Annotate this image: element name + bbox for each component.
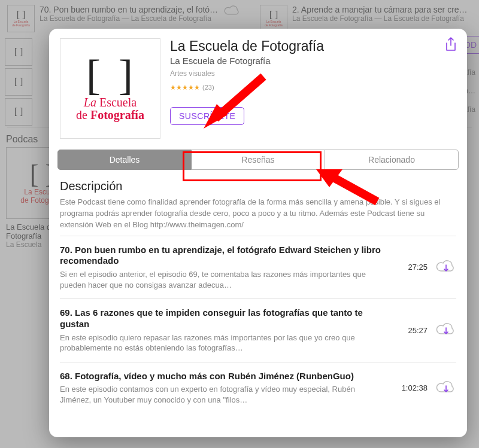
episode-desc: Si en el episodio anterior, el episodio …: [60, 269, 381, 290]
subscribe-button[interactable]: SUSCRÍBETE: [170, 107, 244, 125]
episode-duration: 27:25: [389, 263, 428, 272]
tab-details[interactable]: Detalles: [57, 150, 192, 170]
episode-row[interactable]: 70. Pon buen rumbo en tu aprendizaje, el…: [60, 236, 456, 299]
podcast-rating: ★★★★★(23): [170, 84, 456, 92]
share-icon[interactable]: [444, 37, 457, 53]
episode-duration: 25:27: [389, 326, 428, 335]
episode-title: 70. Pon buen rumbo en tu aprendizaje, el…: [60, 245, 381, 267]
podcast-artwork: [] La Escuela de Fotografía: [60, 38, 160, 139]
episode-title: 68. Fotografía, vídeo y mucho más con Ru…: [60, 371, 381, 382]
download-cloud-icon[interactable]: [436, 380, 456, 397]
download-cloud-icon[interactable]: [436, 259, 456, 276]
podcast-modal: [] La Escuela de Fotografía La Escuela d…: [49, 29, 467, 437]
episode-row[interactable]: 69. Las 6 razones que te impiden consegu…: [60, 298, 456, 362]
podcast-category: Artes visuales: [170, 69, 456, 78]
description-text: Este Podcast tiene como finalidad aprend…: [49, 197, 467, 236]
tab-related[interactable]: Relacionado: [325, 150, 459, 170]
episode-desc: En este episodio contamos con un experto…: [60, 384, 381, 405]
episode-title: 69. Las 6 razones que te impiden consegu…: [60, 307, 381, 330]
tab-bar: Detalles Reseñas Relacionado: [57, 150, 459, 170]
download-cloud-icon[interactable]: [436, 322, 456, 339]
episode-row[interactable]: 68. Fotografía, vídeo y mucho más con Ru…: [60, 362, 456, 414]
episode-list: 70. Pon buen rumbo en tu aprendizaje, el…: [49, 236, 467, 414]
podcast-author: La Escuela de Fotografía: [170, 56, 456, 66]
tab-reviews[interactable]: Reseñas: [192, 150, 325, 170]
description-heading: Descripción: [49, 170, 467, 197]
podcast-title: La Escuela de Fotografía: [170, 38, 456, 54]
episode-desc: En este episodio quiero repasar las razo…: [60, 333, 381, 353]
episode-duration: 1:02:38: [389, 383, 428, 392]
